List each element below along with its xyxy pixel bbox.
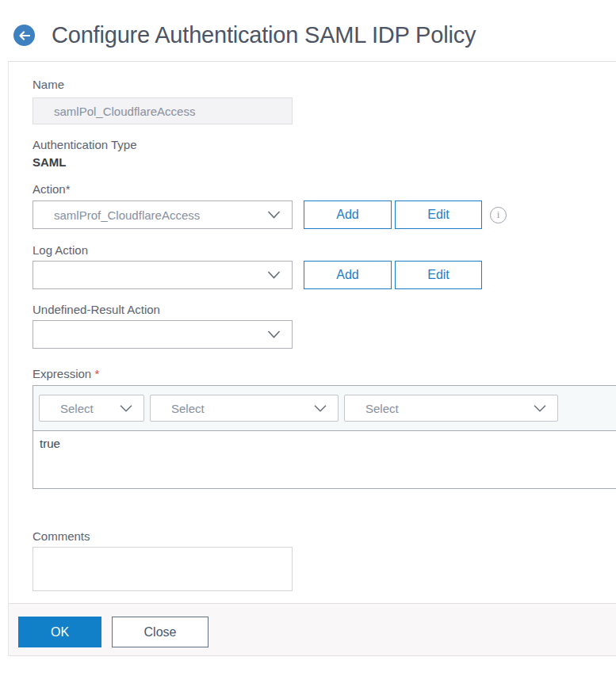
expression-select-3[interactable]: Select xyxy=(344,395,558,422)
ok-button[interactable]: OK xyxy=(18,617,101,647)
expression-select-3-value: Select xyxy=(365,402,399,415)
info-circle-icon[interactable]: i xyxy=(490,207,507,223)
action-select-value: samlProf_CloudflareAccess xyxy=(54,208,200,222)
action-label: Action* xyxy=(33,182,616,197)
comments-input[interactable] xyxy=(33,547,293,591)
expression-select-2[interactable]: Select xyxy=(150,395,339,422)
name-input[interactable] xyxy=(33,97,293,124)
page-title: Configure Authentication SAML IDP Policy xyxy=(52,22,476,48)
expression-input[interactable]: true xyxy=(33,431,616,488)
chevron-down-icon xyxy=(314,405,327,412)
expression-label-text: Expression xyxy=(33,367,91,380)
arrow-left-icon xyxy=(18,31,30,40)
comments-label: Comments xyxy=(33,529,616,544)
log-action-label: Log Action xyxy=(33,243,616,258)
chevron-down-icon xyxy=(267,330,281,338)
action-edit-button[interactable]: Edit xyxy=(395,200,482,229)
chevron-down-icon xyxy=(267,271,281,279)
required-asterisk: * xyxy=(94,367,99,380)
chevron-down-icon xyxy=(534,405,546,412)
expression-select-2-value: Select xyxy=(171,402,205,415)
log-action-add-button[interactable]: Add xyxy=(304,261,392,289)
back-button[interactable] xyxy=(13,25,35,46)
expression-label: Expression * xyxy=(33,367,616,381)
action-select[interactable]: samlProf_CloudflareAccess xyxy=(33,200,293,229)
expression-select-1[interactable]: Select xyxy=(39,395,144,422)
auth-type-label: Authentication Type xyxy=(33,138,616,152)
footer-bar: OK Close xyxy=(9,603,616,656)
chevron-down-icon xyxy=(120,405,132,412)
chevron-down-icon xyxy=(267,211,281,219)
expression-select-1-value: Select xyxy=(60,402,94,415)
auth-type-value: SAML xyxy=(33,155,616,170)
expression-editor: Select Select Select true xyxy=(33,385,616,489)
page-header: Configure Authentication SAML IDP Policy xyxy=(0,0,616,48)
undefined-result-action-select[interactable] xyxy=(33,320,293,349)
action-add-button[interactable]: Add xyxy=(304,200,392,229)
log-action-edit-button[interactable]: Edit xyxy=(395,261,482,289)
name-label: Name xyxy=(33,78,616,92)
log-action-select[interactable] xyxy=(33,261,293,289)
undefined-result-action-label: Undefined-Result Action xyxy=(33,303,616,317)
close-button[interactable]: Close xyxy=(112,617,209,647)
form-panel: Name Authentication Type SAML Action* sa… xyxy=(8,61,616,656)
expression-toolbar: Select Select Select xyxy=(33,386,616,431)
